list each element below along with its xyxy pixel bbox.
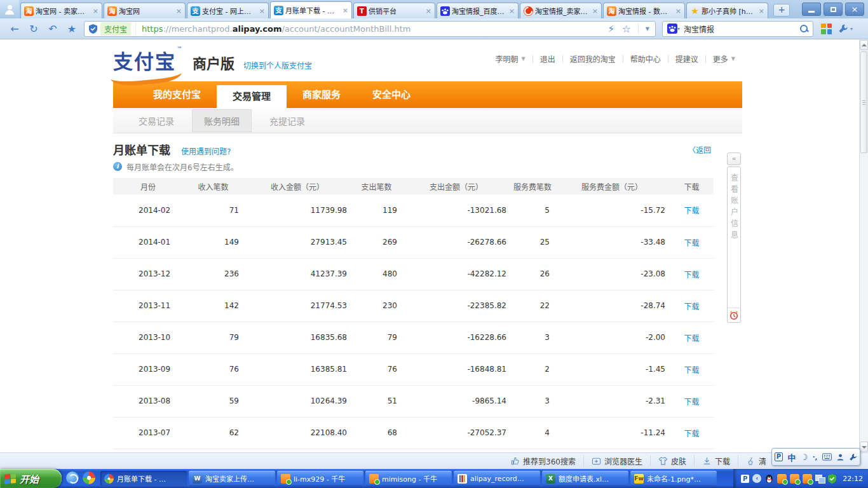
tab-close-icon[interactable]: × [341,6,348,15]
tab-close-icon[interactable]: × [424,7,431,15]
username-menu[interactable]: 李明朝 ▼ [489,53,532,64]
browser-tab[interactable]: ★ 那小子真帅 [h… × [686,3,768,18]
back-icon[interactable]: ← [5,23,24,35]
search-engine-dropdown-icon[interactable]: ▾ [677,26,680,32]
cleaner-button[interactable]: 清 [738,456,774,466]
ime-punctuation-icon[interactable]: ·, [813,454,818,461]
qq-penguin-icon[interactable] [764,474,774,484]
download-link[interactable]: 下载 [684,239,699,248]
nav-transaction-management[interactable]: 交易管理 [217,85,287,108]
ime-wrench-icon[interactable] [849,453,857,461]
scrollbar-thumb[interactable] [860,51,867,153]
logout-link[interactable]: 退出 [533,53,562,64]
browser-tab[interactable]: 淘 淘宝网 - 卖家… × [20,3,102,18]
download-link[interactable]: 下载 [684,398,699,407]
360-pinwheel-icon[interactable] [83,471,95,484]
browser-doctor-button[interactable]: 浏览器医生 [583,456,650,466]
tab-close-icon[interactable]: × [591,7,598,15]
tray-ime-icon[interactable]: P [741,475,749,483]
lightning-icon[interactable]: ⚡ [607,23,614,35]
browser-tab[interactable]: 支 支付宝 - 网上… × [187,3,269,18]
ime-brand-icon[interactable]: P [775,452,783,461]
ime-language-bar[interactable]: P 中 ☽ ·, [771,448,860,466]
network-icon[interactable] [815,475,825,483]
browser-tab[interactable]: T 供销平台 × [353,3,435,18]
skin-button[interactable]: 皮肤 [650,456,694,466]
close-button[interactable]: × [845,3,864,16]
qianniu-tray-icon[interactable] [790,474,799,484]
nav-my-alipay[interactable]: 我的支付宝 [137,81,217,108]
scroll-down-button[interactable] [860,442,868,452]
undo-icon[interactable]: ↶ [43,23,62,35]
task-button-taobao-upload[interactable]: W 淘宝卖家上传… [189,471,275,486]
security-guard-icon[interactable] [828,474,836,484]
qianniu-tray-icon[interactable] [803,474,812,484]
download-link[interactable]: 下载 [684,334,699,343]
browser-quick-launch-icon[interactable] [66,471,79,484]
switch-personal-link[interactable]: 切换到个人版支付宝 [243,60,312,71]
browser-tab-active[interactable]: 支 月账单下载 - … × [270,1,352,18]
subnav-account-details[interactable]: 账务明细 [192,109,252,132]
panel-collapse-button[interactable]: « [727,152,741,165]
browser-tab[interactable]: 淘 淘宝网 × [104,3,186,18]
task-button-mimisong-qianniu[interactable]: mimisong - 千牛 [365,471,452,486]
site-identity[interactable]: 支付宝 [85,22,136,36]
scroll-up-button[interactable] [860,40,868,50]
minimize-button[interactable] [802,3,821,16]
task-button-alipay-record[interactable]: alipay_record… [454,471,540,486]
search-icon[interactable] [799,24,808,33]
more-menu[interactable]: 更多 ▼ [706,53,742,64]
nav-security-center[interactable]: 安全中心 [356,81,426,108]
task-button-quota-form[interactable]: X 额度申请表.xl… [542,471,628,486]
refresh-icon[interactable]: ↻ [24,23,43,35]
suggestion-link[interactable]: 提建议 [668,53,705,64]
bookmark-star-icon[interactable]: ★ [62,23,81,35]
panel-body[interactable]: 查看账户信息 [727,166,741,323]
url-dropdown-icon[interactable]: ▼ [646,26,649,32]
search-box[interactable]: ▾ 淘宝情报 [662,21,813,37]
task-button-untitled-png[interactable]: Fw 未命名-1.png*… [630,471,717,486]
ime-chinese-mode[interactable]: 中 [787,451,796,463]
ime-user-icon[interactable] [836,453,844,461]
browser-profile-button[interactable] [0,0,19,18]
start-button[interactable]: 开始 [0,469,62,488]
page-scrollbar[interactable] [859,39,868,452]
alarm-clock-icon[interactable] [728,308,740,322]
back-to-taobao-link[interactable]: 返回我的淘宝 [563,53,623,64]
download-manager-button[interactable]: 下载 [694,456,738,466]
new-tab-button[interactable]: + [773,4,790,17]
tab-close-icon[interactable]: × [258,7,265,15]
search-input[interactable]: 淘宝情报 [684,24,799,34]
task-button-limx929-qianniu[interactable]: li-mx929 - 千牛 [277,471,363,486]
tab-close-icon[interactable]: × [674,7,681,15]
recommend-360-button[interactable]: 推荐到360搜索 [503,456,583,466]
browser-tab[interactable]: 淘 淘宝情报 - 数… × [603,3,685,18]
tray-collapse-icon[interactable]: ‹ [752,474,761,483]
subnav-recharge-withdraw[interactable]: 充提记录 [258,110,316,132]
app-grid-icon[interactable] [821,24,832,34]
download-link[interactable]: 下载 [684,302,699,311]
clock[interactable]: 22:12 [843,475,863,483]
browser-tab[interactable]: 淘宝情报_卖家… × [520,3,602,18]
favorite-outline-star-icon[interactable]: ☆ [622,23,631,35]
ime-halfwidth-moon-icon[interactable]: ☽ [801,452,808,462]
help-center-link[interactable]: 帮助中心 [623,53,668,64]
download-link[interactable]: 下载 [684,271,699,280]
restore-button[interactable] [824,3,843,16]
tools-menu[interactable]: ▾ [838,24,853,34]
tab-close-icon[interactable]: × [508,7,515,15]
download-link[interactable]: 下载 [684,207,699,215]
ime-keyboard-icon[interactable] [822,453,832,461]
browser-tab[interactable]: 淘宝情报_百度… × [437,3,519,18]
tab-close-icon[interactable]: × [757,7,764,15]
help-link[interactable]: 使用遇到问题? [181,147,231,156]
download-link[interactable]: 下载 [684,366,699,375]
tab-close-icon[interactable]: × [92,7,98,15]
nav-merchant-services[interactable]: 商家服务 [287,81,356,108]
subnav-transaction-records[interactable]: 交易记录 [127,110,186,132]
url-field[interactable]: 支付宝 https://merchantprod.alipay.com/acco… [84,21,656,37]
qianniu-tray-icon[interactable] [777,474,787,484]
tab-close-icon[interactable]: × [175,7,182,15]
task-button-monthly-bill[interactable]: 月账单下载 - … [100,471,187,486]
back-link[interactable]: 〈返回 [688,144,711,155]
